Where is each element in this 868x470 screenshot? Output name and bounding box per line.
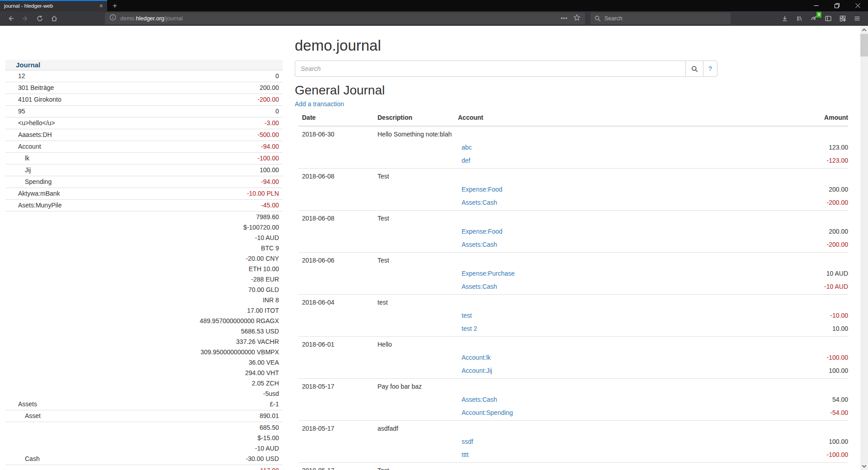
add-transaction-link[interactable]: Add a transaction xyxy=(295,100,344,108)
sidebar-account-link[interactable]: 301 Beiträge xyxy=(5,83,54,93)
posting-amount: 100.00 xyxy=(740,437,848,446)
transaction-date: 2018-05-17 xyxy=(298,382,374,391)
scroll-up-icon[interactable] xyxy=(860,26,868,33)
bookmark-star-icon[interactable] xyxy=(573,14,580,23)
posting-amount: -54.00 xyxy=(740,409,848,417)
posting-amount: 200.00 xyxy=(740,227,848,236)
search-button[interactable] xyxy=(685,61,703,77)
posting-amount: -10 AUD xyxy=(740,282,848,291)
sidebar-account-link[interactable]: 12 xyxy=(5,71,25,81)
sidebar-account-link[interactable]: Asets:MunyPile xyxy=(5,200,61,211)
account-link[interactable]: Account:Jij xyxy=(462,367,492,374)
scrollbar[interactable] xyxy=(860,26,868,470)
reload-button[interactable] xyxy=(33,13,47,24)
toolbar-search-placeholder: Search xyxy=(604,15,623,22)
account-link[interactable]: Assets:Cash xyxy=(462,199,497,206)
sidebar-account-link[interactable]: Account xyxy=(5,141,41,152)
transaction-description: Test xyxy=(374,256,740,265)
scrollbar-thumb[interactable] xyxy=(860,34,868,56)
new-tab-button[interactable]: + xyxy=(107,0,123,11)
posting-account: Expense:Food xyxy=(454,185,740,194)
account-link[interactable]: test xyxy=(462,312,472,319)
sidebar-account-row: Aaasets:DH-500.00 xyxy=(5,129,283,141)
account-link[interactable]: test 2 xyxy=(462,325,477,332)
window-restore-button[interactable] xyxy=(826,0,847,11)
account-balance: -200.00 xyxy=(258,94,283,105)
home-button[interactable] xyxy=(47,13,61,24)
page-title: demo.journal xyxy=(295,37,848,54)
account-balance: -94.00 xyxy=(261,141,283,152)
balance-amount: -10 AUD xyxy=(246,443,279,454)
back-button[interactable] xyxy=(4,13,18,24)
menu-hamburger-icon[interactable] xyxy=(850,13,864,24)
url-bar[interactable]: demo.hledger.org/journal ••• xyxy=(105,13,585,24)
balance-amount: -10.00 PLN xyxy=(247,188,279,199)
account-link[interactable]: def xyxy=(462,157,470,164)
balance-amount: 337.26 VACHR xyxy=(200,337,279,347)
downloads-icon[interactable] xyxy=(778,13,792,24)
sidebar-account-link[interactable]: Aaasets:DH xyxy=(5,130,52,140)
sidebar-account-link[interactable]: lk xyxy=(5,153,29,164)
posting-account: ssdf xyxy=(454,437,740,446)
page-actions-icon[interactable]: ••• xyxy=(561,15,568,22)
sidebar-nav-journal[interactable]: Journal xyxy=(5,60,283,70)
sidebar-account-link[interactable]: <u>hello</u> xyxy=(5,118,55,128)
sidebar-account-link[interactable]: Assets xyxy=(5,399,37,409)
account-link[interactable]: Assets:Cash xyxy=(462,283,497,290)
scroll-down-icon[interactable] xyxy=(860,462,868,470)
sidebar-account-link[interactable]: Aktywa:mBank xyxy=(5,188,60,199)
browser-tab[interactable]: journal - hledger-web × xyxy=(0,0,107,11)
account-link[interactable]: ssdf xyxy=(462,438,473,445)
journal-nav-link[interactable]: Journal xyxy=(16,61,40,69)
posting-amount: 10.00 xyxy=(740,324,848,333)
posting-row: test 210.00 xyxy=(298,324,848,333)
transaction-date: 2018-05-17 xyxy=(298,424,374,433)
sidebar-account-link[interactable]: Spending xyxy=(5,177,52,187)
transaction-description: Pay foo bar baz xyxy=(374,382,740,391)
posting-account: Assets:Cash xyxy=(454,282,740,291)
account-link[interactable]: Assets:Cash xyxy=(462,396,497,403)
site-info-icon[interactable] xyxy=(109,14,116,23)
posting-amount: -200.00 xyxy=(740,198,848,207)
account-link[interactable]: Expense:Food xyxy=(462,186,502,193)
window-minimize-button[interactable] xyxy=(806,0,826,11)
account-link[interactable]: abc xyxy=(462,144,472,151)
account-balance: 100.00 xyxy=(259,165,283,175)
posting-account: Expense:Purchase xyxy=(454,269,740,278)
sidebar-account-link[interactable]: 4101 Girokonto xyxy=(5,94,61,105)
sidebar-account-link[interactable]: Asset xyxy=(5,411,41,421)
sidebars-icon[interactable] xyxy=(821,13,835,24)
balance-amount: -94.00 xyxy=(261,141,279,152)
tab-close-icon[interactable]: × xyxy=(99,3,103,9)
account-link[interactable]: Expense:Purchase xyxy=(462,270,515,277)
transaction-row: 2018-06-06TestExpense:Purchase10 AUDAsse… xyxy=(298,253,848,295)
help-button[interactable]: ? xyxy=(703,61,717,77)
account-link[interactable]: Expense:Food xyxy=(462,228,502,235)
transaction-description: test xyxy=(374,298,740,307)
transaction-summary: 2018-06-08Test xyxy=(298,172,848,181)
browser-window: journal - hledger-web × + xyxy=(0,0,868,470)
balance-amount: $-100720.00 xyxy=(200,222,279,233)
posting-row: Account:Jij100.00 xyxy=(298,367,848,375)
extensions-grid-icon[interactable] xyxy=(835,13,850,24)
account-link[interactable]: Assets:Cash xyxy=(462,241,497,248)
toolbar-search[interactable]: Search xyxy=(590,13,731,24)
posting-amount: -200.00 xyxy=(740,240,848,249)
window-close-button[interactable] xyxy=(847,0,868,11)
library-icon[interactable] xyxy=(792,13,807,24)
sidebar-account-link[interactable]: 95 xyxy=(5,106,25,117)
account-link[interactable]: Account:lk xyxy=(462,354,491,361)
balance-amount: -3.00 xyxy=(264,118,279,128)
sidebar-account-link[interactable]: Jij xyxy=(5,165,31,175)
balance-amount: 0 xyxy=(275,106,279,117)
balance-amount: -30.00 USD xyxy=(246,454,279,464)
extension-icon[interactable]: 0 xyxy=(807,13,821,24)
forward-button[interactable] xyxy=(18,13,33,24)
search-input[interactable] xyxy=(295,61,686,77)
sidebar-account-link[interactable]: Cash xyxy=(5,454,40,464)
header-date: Date xyxy=(298,113,374,122)
sidebar-account-row: Aktywa:mBank-10.00 PLN xyxy=(5,188,283,200)
account-link[interactable]: tttt xyxy=(462,451,469,458)
account-link[interactable]: Account:Spending xyxy=(462,409,513,416)
transaction-date: 2018-06-08 xyxy=(298,214,374,223)
